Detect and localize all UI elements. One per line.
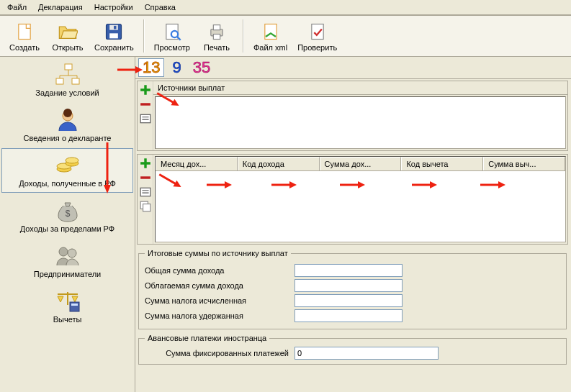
sources-title: Источники выплат [153,81,567,95]
input-tax-calculated[interactable] [295,294,403,307]
income-grid[interactable]: Месяц дох... Код дохода Сумма дох... Код… [155,156,566,242]
svg-rect-12 [311,24,323,40]
advance-legend: Авансовые платежи иностранца [145,334,269,342]
remove-source-icon[interactable] [140,99,151,109]
toolbar-separator [243,19,244,53]
tree-icon [53,63,82,87]
menu-help[interactable]: Справка [140,1,180,13]
svg-rect-13 [65,64,72,70]
copy-row-icon[interactable] [140,201,151,211]
svg-line-34 [159,175,176,185]
svg-rect-3 [109,33,118,38]
xml-label: Файл xml [253,43,287,52]
svg-rect-4 [114,26,117,29]
edit-row-icon[interactable] [140,187,151,197]
people-icon [53,244,82,268]
lbl-tax-held: Сумма налога удержанная [145,311,289,320]
person-icon [53,108,82,132]
money-bag-icon: $ [53,199,82,223]
svg-rect-9 [213,25,220,30]
menu-settings[interactable]: Настройки [90,1,138,13]
col-income-sum[interactable]: Сумма дох... [320,157,402,170]
input-fixed-payments[interactable] [295,347,439,360]
svg-text:$: $ [65,209,70,219]
open-label: Открыть [52,43,83,52]
sources-listbox[interactable] [155,96,566,149]
sidebar-item-income-abroad[interactable]: $ Доходы за пределами РФ [1,193,133,238]
menubar: Файл Декларация Настройки Справка [0,0,571,15]
sidebar-item-label: Доходы, полученные в РФ [19,179,116,188]
sources-panel: Источники выплат [137,81,568,151]
col-deduct-sum[interactable]: Сумма выч... [483,157,565,170]
toolbar: Создать Открыть Сохранить Просмотр Печа [0,15,571,57]
svg-rect-29 [140,114,150,122]
menu-declaration[interactable]: Декларация [34,1,87,13]
sidebar-item-income-rf[interactable]: Доходы, полученные в РФ [1,148,133,193]
svg-rect-27 [70,302,79,311]
col-deduct-code[interactable]: Код вычета [401,157,483,170]
sidebar-item-label: Доходы за пределами РФ [20,224,114,233]
svg-rect-0 [19,24,30,40]
sidebar-item-label: Сведения о декларанте [24,134,112,142]
preview-button[interactable]: Просмотр [149,18,195,54]
save-floppy-icon [104,22,124,42]
svg-rect-15 [72,78,79,84]
sidebar-item-label: Задание условий [35,88,99,97]
sidebar-item-label: Предприниматели [34,270,101,278]
create-button[interactable]: Создать [3,18,46,54]
svg-point-23 [59,247,68,256]
open-button[interactable]: Открыть [46,18,89,54]
rate-35-button[interactable]: 35 [189,59,214,76]
advance-group: Авансовые платежи иностранца Сумма фикси… [138,334,567,365]
new-document-icon [14,22,35,42]
svg-rect-10 [213,35,220,40]
scales-calc-icon [53,289,82,314]
remove-row-icon[interactable] [140,173,151,183]
check-button[interactable]: Проверить [292,18,342,54]
lbl-fixed-payments: Сумма фиксированных платежей [145,349,289,357]
print-button[interactable]: Печать [195,18,238,54]
income-grid-panel: Месяц дох... Код дохода Сумма дох... Код… [137,154,568,245]
rate-tabs: 13 9 35 [135,57,571,79]
preview-label: Просмотр [154,43,190,52]
menu-file[interactable]: Файл [3,1,31,13]
coins-icon [53,153,82,178]
sidebar-item-label: Вычеты [53,315,82,324]
sidebar-nav: Задание условий Сведения о декларанте До… [0,57,135,392]
input-taxable-income[interactable] [295,279,403,292]
sidebar-item-deductions[interactable]: Вычеты [1,284,133,329]
input-tax-held[interactable] [295,309,403,322]
check-file-icon [307,22,328,42]
open-folder-icon [58,22,78,42]
svg-rect-14 [56,78,63,84]
lbl-taxable-income: Облагаемая сумма дохода [145,281,289,290]
sidebar-item-declarant[interactable]: Сведения о декларанте [1,103,133,147]
sidebar-item-entrepreneurs[interactable]: Предприниматели [1,239,133,283]
rate-13-button[interactable]: 13 [138,58,164,77]
add-row-icon[interactable] [140,158,151,168]
toolbar-separator [143,19,145,53]
grid-body [156,171,565,242]
xml-button[interactable]: Файл xml [248,18,292,54]
add-source-icon[interactable] [140,85,151,95]
print-label: Печать [204,43,230,52]
svg-point-17 [63,109,72,117]
svg-rect-33 [143,204,150,211]
col-month[interactable]: Месяц дох... [156,157,238,170]
edit-source-icon[interactable] [140,114,151,124]
totals-group: Итоговые суммы по источнику выплат Общая… [138,249,567,329]
col-income-code[interactable]: Код дохода [238,157,320,170]
save-label: Сохранить [94,43,134,52]
grid-toolbar [138,155,153,244]
input-total-income[interactable] [295,264,403,277]
sidebar-item-conditions[interactable]: Задание условий [1,58,133,102]
printer-icon [207,22,227,42]
grid-header: Месяц дох... Код дохода Сумма дох... Код… [156,157,565,171]
lbl-tax-calculated: Сумма налога исчисленная [145,296,289,305]
save-button[interactable]: Сохранить [89,18,139,54]
xml-file-icon [261,22,281,42]
totals-legend: Итоговые суммы по источнику выплат [145,249,291,257]
rate-9-button[interactable]: 9 [168,59,184,76]
create-label: Создать [9,43,40,52]
svg-point-21 [66,158,78,163]
